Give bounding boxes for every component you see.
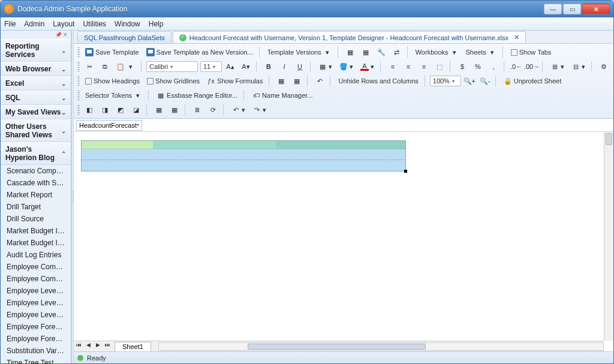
selected-range[interactable]: [81, 140, 406, 172]
close-button[interactable]: ✕: [582, 4, 610, 14]
namebox-dropdown[interactable]: HeadcountForecast ▾: [76, 120, 142, 131]
sheet-tab[interactable]: Sheet1: [115, 342, 151, 351]
fill-handle[interactable]: [404, 170, 407, 173]
zoom-dropdown[interactable]: 100%▾: [430, 76, 461, 86]
sidebar-item[interactable]: Cascade with Summary: [1, 177, 71, 189]
show-tabs-checkbox[interactable]: Show Tabs: [508, 47, 555, 57]
tab-sql-passthrough[interactable]: SQL Passthrough DataSets: [77, 31, 171, 43]
sidebar-item[interactable]: Employee Level Forecast 2: [1, 297, 71, 309]
redo-button[interactable]: ↷▾: [249, 104, 269, 115]
decrease-decimal-button[interactable]: .0←: [509, 61, 523, 72]
undo-button[interactable]: ↶▾: [228, 104, 248, 115]
grip-icon[interactable]: [77, 91, 80, 100]
menu-window[interactable]: Window: [115, 20, 140, 28]
comma-button[interactable]: ,: [486, 61, 501, 72]
minimize-button[interactable]: —: [544, 4, 562, 14]
currency-button[interactable]: $: [455, 61, 469, 72]
format-button[interactable]: ⚙: [597, 61, 611, 72]
group-reporting-services[interactable]: Reporting Services⌄: [1, 39, 71, 62]
show-formulas-button[interactable]: ƒxShow Formulas: [204, 76, 266, 86]
group-excel[interactable]: Excel⌄: [1, 76, 71, 91]
menu-layout[interactable]: Layout: [53, 20, 74, 28]
unprotect-sheet-button[interactable]: 🔒Unprotect Sheet: [501, 76, 565, 86]
sheets-dropdown[interactable]: Sheets▾: [463, 47, 499, 58]
range-row[interactable]: [82, 149, 405, 160]
sidebar-item[interactable]: Drill Source: [1, 213, 71, 225]
workbooks-dropdown[interactable]: Workbooks▾: [413, 47, 462, 58]
group-web-browser[interactable]: Web Browser⌄: [1, 62, 71, 76]
vertical-scrollbar[interactable]: [604, 132, 613, 341]
font-size-dropdown[interactable]: 11▾: [200, 61, 222, 72]
grip-icon[interactable]: [77, 62, 80, 71]
italic-button[interactable]: I: [277, 61, 291, 72]
template-versions-dropdown[interactable]: Template Versions▾: [264, 47, 335, 58]
sidebar-item[interactable]: Substitution Variable Manager (Vess): [1, 345, 71, 357]
copy-button[interactable]: ⧉: [98, 61, 112, 72]
bold-button[interactable]: B: [261, 61, 276, 72]
sidebar-item[interactable]: Audit Log Entries: [1, 249, 71, 261]
scrollbar-thumb[interactable]: [248, 344, 425, 350]
show-gridlines-checkbox[interactable]: Show Gridlines: [144, 76, 203, 86]
cut-button[interactable]: ✂: [82, 61, 97, 72]
percent-button[interactable]: %: [471, 61, 485, 72]
tool-button[interactable]: 🗎: [190, 104, 204, 115]
fill-color-dropdown[interactable]: 🪣▾: [336, 61, 356, 72]
group-jasons-hyperion-blog[interactable]: Jason's Hyperion Blog⌃: [1, 142, 71, 165]
tab-close-icon[interactable]: ✕: [514, 34, 519, 41]
undo-button[interactable]: ↶: [312, 76, 327, 86]
tool-button[interactable]: ◨: [98, 104, 112, 115]
grip-icon[interactable]: [77, 105, 80, 115]
paste-button[interactable]: 📋▾: [113, 61, 138, 72]
grip-icon[interactable]: [77, 47, 80, 57]
prev-sheet-button[interactable]: ◀: [83, 342, 93, 351]
tool-button[interactable]: ▦: [167, 104, 182, 115]
essbase-range-editor-button[interactable]: ▦Essbase Range Editor...: [154, 90, 240, 101]
tool-icon-button[interactable]: ▦: [359, 47, 373, 58]
font-color-dropdown[interactable]: A▾: [357, 61, 377, 72]
merge-button[interactable]: ⬚: [432, 61, 447, 72]
name-manager-button[interactable]: 🏷Name Manager...: [249, 90, 315, 101]
save-template-button[interactable]: Save Template: [82, 47, 142, 58]
save-template-as-button[interactable]: Save Template as New Version...: [143, 47, 256, 58]
grip-icon[interactable]: [77, 76, 80, 86]
sidebar-item[interactable]: Employee Forecast Data Grouping 2: [1, 333, 71, 345]
menu-help[interactable]: Help: [149, 20, 164, 28]
sidebar-item[interactable]: Market Budget Input 2 - Comments: [1, 237, 71, 249]
selector-tokens-dropdown[interactable]: Selector Tokens▾: [82, 90, 145, 101]
menu-admin[interactable]: Admin: [24, 20, 44, 28]
tab-headcount-forecast[interactable]: Headcount Forecast with Username, Versio…: [173, 31, 526, 43]
group-other-users-shared[interactable]: Other Users Shared Views⌄: [1, 119, 71, 142]
spreadsheet-canvas[interactable]: ⏮ ◀ ▶ ⏭ Sheet1: [74, 132, 613, 351]
sidebar-item[interactable]: Employee Level Forecast Entries: [1, 309, 71, 321]
font-name-dropdown[interactable]: Calibri▾: [146, 61, 198, 72]
tool-button[interactable]: ◧: [82, 104, 97, 115]
range-row[interactable]: [82, 160, 405, 171]
horizontal-scrollbar[interactable]: [158, 342, 604, 351]
sidebar-item[interactable]: Employee Level Forecast: [1, 285, 71, 297]
tool-button[interactable]: ⟳: [206, 104, 220, 115]
delete-dropdown[interactable]: ⊟▾: [568, 61, 588, 72]
unhide-button[interactable]: Unhide Rows and Columns: [335, 76, 421, 86]
insert-dropdown[interactable]: ⊞▾: [547, 61, 567, 72]
align-left-button[interactable]: ≡: [386, 61, 400, 72]
show-headings-checkbox[interactable]: Show Headings: [82, 76, 143, 86]
first-sheet-button[interactable]: ⏮: [74, 342, 83, 351]
group-my-saved-views[interactable]: My Saved Views⌄: [1, 105, 71, 119]
decrease-font-button[interactable]: A▾: [239, 61, 253, 72]
sidebar-close-icon[interactable]: ✕: [63, 32, 69, 38]
zoom-in-button[interactable]: 🔍+: [462, 76, 477, 86]
tool-icon-button[interactable]: ⇄: [390, 47, 404, 58]
scrollbar-thumb[interactable]: [606, 133, 612, 145]
next-sheet-button[interactable]: ▶: [93, 342, 103, 351]
maximize-button[interactable]: ▭: [563, 4, 581, 14]
align-right-button[interactable]: ≡: [417, 61, 431, 72]
sidebar-item[interactable]: Market Report: [1, 189, 71, 201]
sidebar-item[interactable]: Employee Forecast Data Grouping: [1, 321, 71, 333]
tool-icon-button[interactable]: ▦: [343, 47, 357, 58]
sidebar-item[interactable]: Employee Comments Management (Essbase V.…: [1, 261, 71, 273]
tool-button[interactable]: ◩: [113, 104, 128, 115]
menu-utilities[interactable]: Utilities: [83, 20, 106, 28]
last-sheet-button[interactable]: ⏭: [103, 342, 112, 351]
increase-font-button[interactable]: A▴: [223, 61, 237, 72]
tool-icon-button[interactable]: 🔧: [374, 47, 389, 58]
